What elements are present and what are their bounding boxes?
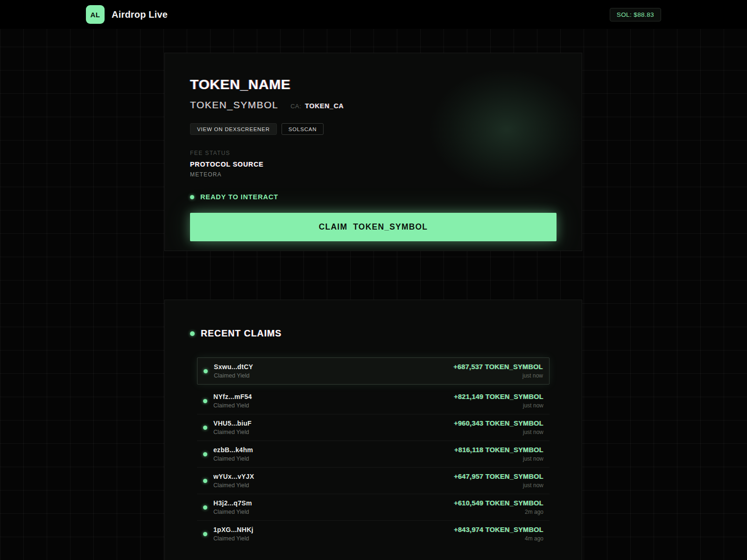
claim-timestamp: just now [454,482,543,489]
claim-token-button[interactable]: CLAIM TOKEN_SYMBOL [190,213,557,241]
live-dot-icon [190,331,195,336]
claim-action-label: Claimed Yield [213,429,252,435]
contract-address-value: TOKEN_CA [305,102,344,110]
claim-amount: +816,118 TOKEN_SYMBOL [454,446,543,454]
claim-row-right: +610,549 TOKEN_SYMBOL 2m ago [454,499,543,515]
claim-amount: +647,957 TOKEN_SYMBOL [454,473,543,480]
claim-amount: +843,974 TOKEN_SYMBOL [454,526,543,533]
sol-price-badge: SOL: $88.83 [610,8,661,21]
fee-status-block: FEE STATUS PROTOCOL SOURCE METEORA [190,150,557,178]
claim-action-label: Claimed Yield [213,402,252,409]
claim-amount: +821,149 TOKEN_SYMBOL [454,393,543,400]
claim-status-dot-icon [203,479,207,483]
claim-timestamp: 4m ago [454,535,543,542]
claim-status-dot-icon [203,532,207,536]
claim-row-texts: Sxwu...dtCY Claimed Yield [214,363,253,379]
claim-row: NYfz...mF54 Claimed Yield +821,149 TOKEN… [197,388,550,414]
claim-row-right: +821,149 TOKEN_SYMBOL just now [454,393,543,409]
claim-action-label: Claimed Yield [214,372,253,379]
token-name: TOKEN_NAME [190,77,557,92]
claim-wallet-address: 1pXG...NHKj [213,526,254,533]
recent-claims-card: RECENT CLAIMS Sxwu...dtCY Claimed Yield … [164,300,582,560]
claim-row-texts: VHU5...biuF Claimed Yield [213,420,252,435]
claims-list: Sxwu...dtCY Claimed Yield +687,537 TOKEN… [197,357,550,547]
claim-row-texts: wYUx...vYJX Claimed Yield [213,473,254,489]
token-symbol-row: TOKEN_SYMBOL CA: TOKEN_CA [190,99,557,111]
claim-row: Sxwu...dtCY Claimed Yield +687,537 TOKEN… [197,357,550,385]
claim-action-label: Claimed Yield [213,535,254,542]
claim-row: H3j2...q7Sm Claimed Yield +610,549 TOKEN… [197,494,550,520]
claim-wallet-address: wYUx...vYJX [213,473,254,480]
claim-row-right: +647,957 TOKEN_SYMBOL just now [454,473,543,489]
ready-status-row: READY TO INTERACT [190,193,557,201]
claim-wallet-address: Sxwu...dtCY [214,363,253,371]
claim-action-label: Claimed Yield [213,509,252,515]
status-dot-icon [190,195,194,199]
claim-action-label: Claimed Yield [213,482,254,489]
claim-row-left: NYfz...mF54 Claimed Yield [203,393,252,409]
token-card: TOKEN_NAME TOKEN_SYMBOL CA: TOKEN_CA VIE… [164,53,582,251]
claim-row-right: +687,537 TOKEN_SYMBOL just now [453,363,543,379]
claim-amount: +610,549 TOKEN_SYMBOL [454,499,543,507]
recent-claims-title: RECENT CLAIMS [201,328,282,339]
protocol-source-value: METEORA [190,171,557,178]
claim-status-dot-icon [203,399,207,403]
claim-timestamp: just now [454,429,543,435]
claim-row-texts: NYfz...mF54 Claimed Yield [213,393,252,409]
claim-row-left: ezbB...k4hm Claimed Yield [203,446,253,462]
claim-timestamp: just now [454,402,543,409]
claim-row-left: 1pXG...NHKj Claimed Yield [203,526,254,542]
recent-claims-heading: RECENT CLAIMS [190,328,557,339]
ready-status-text: READY TO INTERACT [200,193,278,201]
external-links-row: VIEW ON DEXSCREENER SOLSCAN [190,123,557,135]
claim-wallet-address: H3j2...q7Sm [213,499,252,507]
claim-status-dot-icon [203,452,207,456]
claim-row-texts: ezbB...k4hm Claimed Yield [213,446,253,462]
claim-row: ezbB...k4hm Claimed Yield +816,118 TOKEN… [197,441,550,467]
claim-row-left: wYUx...vYJX Claimed Yield [203,473,254,489]
claim-timestamp: just now [454,455,543,462]
claim-timestamp: 2m ago [454,509,543,515]
claim-row-texts: H3j2...q7Sm Claimed Yield [213,499,252,515]
claim-status-dot-icon [204,369,208,373]
contract-address-label: CA: [290,103,301,110]
claim-row-right: +960,343 TOKEN_SYMBOL just now [454,420,543,435]
claim-row: wYUx...vYJX Claimed Yield +647,957 TOKEN… [197,467,550,494]
claim-row-right: +843,974 TOKEN_SYMBOL 4m ago [454,526,543,542]
claim-timestamp: just now [453,372,543,379]
fee-status-label: FEE STATUS [190,150,557,156]
claim-row-left: H3j2...q7Sm Claimed Yield [203,499,252,515]
claim-status-dot-icon [203,426,207,430]
protocol-source-label: PROTOCOL SOURCE [190,161,557,168]
claim-status-dot-icon [203,505,207,510]
solscan-button[interactable]: SOLSCAN [282,123,324,135]
app-title: Airdrop Live [112,9,168,20]
claim-row-texts: 1pXG...NHKj Claimed Yield [213,526,254,542]
claim-wallet-address: ezbB...k4hm [213,446,253,454]
claim-row-left: Sxwu...dtCY Claimed Yield [204,363,253,379]
claim-row-left: VHU5...biuF Claimed Yield [203,420,252,435]
claim-wallet-address: NYfz...mF54 [213,393,252,400]
claim-row-right: +816,118 TOKEN_SYMBOL just now [454,446,543,462]
claim-amount: +960,343 TOKEN_SYMBOL [454,420,543,427]
app-logo: AL [86,5,105,24]
token-symbol: TOKEN_SYMBOL [190,99,278,111]
claim-amount: +687,537 TOKEN_SYMBOL [453,363,543,371]
top-bar: AL Airdrop Live SOL: $88.83 [0,0,747,29]
claim-action-label: Claimed Yield [213,455,253,462]
claim-row: 1pXG...NHKj Claimed Yield +843,974 TOKEN… [197,520,550,547]
claim-row: VHU5...biuF Claimed Yield +960,343 TOKEN… [197,414,550,441]
claim-wallet-address: VHU5...biuF [213,420,252,427]
view-on-dexscreener-button[interactable]: VIEW ON DEXSCREENER [190,123,277,135]
app-logo-text: AL [91,11,100,19]
